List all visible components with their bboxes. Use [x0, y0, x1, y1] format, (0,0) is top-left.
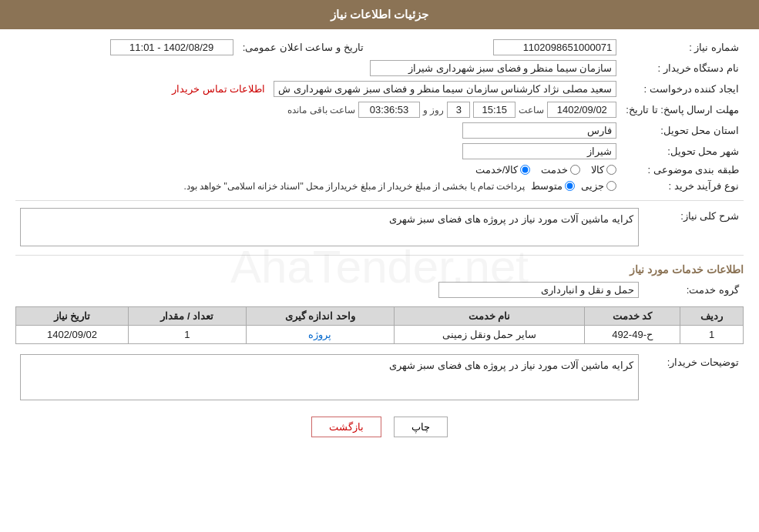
col-nam: نام خدمت	[395, 307, 585, 326]
buttons-row: چاپ بازگشت	[15, 417, 744, 437]
mande-label: ساعت باقی مانده	[287, 105, 355, 115]
cell-tarikh: 1402/09/02	[16, 326, 129, 344]
noeFarayand-motevaset[interactable]: متوسط	[531, 180, 575, 192]
roz-value: 3	[447, 102, 470, 118]
saat-label: ساعت	[519, 105, 544, 115]
grohe-label: گروه خدمت:	[643, 279, 744, 300]
shomareNiaz-label: شماره نیاز :	[621, 37, 744, 58]
services-table: ردیف کد خدمت نام خدمت واحد اندازه گیری ت…	[15, 306, 744, 344]
col-kod: کد خدمت	[584, 307, 680, 326]
cell-nam: سایر حمل ونقل زمینی	[395, 326, 585, 344]
ijadKonande-label: ایجاد کننده درخواست :	[621, 79, 744, 99]
noeFarayand-jozei[interactable]: جزیی	[581, 180, 616, 192]
ostan-value: فارس	[462, 122, 616, 139]
cell-kod: ح-49-492	[584, 326, 680, 344]
tabaqe-kala-khadamat[interactable]: کالا/خدمت	[475, 164, 531, 176]
tarikhAelan-value: 1402/08/29 - 11:01	[110, 39, 233, 55]
cell-vahed: پروژه	[246, 326, 394, 344]
sharh-value: کرایه ماشین آلات مورد نیاز در پروژه های …	[20, 208, 639, 246]
col-tarikh: تاریخ نیاز	[16, 307, 129, 326]
namDastgah-label: نام دستگاه خریدار :	[621, 58, 744, 79]
noeFarayand-motevaset-radio[interactable]	[565, 181, 575, 191]
mohlatErsal-tarikh: 1402/09/02	[547, 102, 616, 118]
page-header: جزئیات اطلاعات نیاز	[0, 0, 759, 29]
cell-tedad: 1	[129, 326, 247, 344]
tabaqe-kala-label: کالا	[591, 164, 604, 176]
tabaqe-label: طبقه بندی موضوعی :	[621, 162, 744, 178]
ostan-label: استان محل تحویل:	[621, 120, 744, 141]
sharh-label: شرح کلی نیاز:	[643, 206, 744, 249]
tabaqe-khadamat-radio[interactable]	[570, 165, 580, 175]
col-vahed: واحد اندازه گیری	[246, 307, 394, 326]
tabaqe-kala-khadamat-radio[interactable]	[520, 165, 530, 175]
mande-value: 03:36:53	[358, 102, 420, 118]
col-radif: ردیف	[680, 307, 744, 326]
table-row: 1 ح-49-492 سایر حمل ونقل زمینی پروژه 1 1…	[16, 326, 744, 344]
print-button[interactable]: چاپ	[394, 417, 448, 437]
noeFarayand-jozei-label: جزیی	[581, 180, 604, 192]
mohlatErsal-saat: 15:15	[473, 102, 516, 118]
tabaqe-kala[interactable]: کالا	[591, 164, 616, 176]
contact-link[interactable]: اطلاعات تماس خریدار	[172, 83, 265, 95]
tabaqe-kala-khadamat-label: کالا/خدمت	[475, 164, 519, 176]
noeFarayand-description: پرداخت تمام یا بخشی از مبلغ خریدار از مب…	[183, 181, 525, 192]
noeFarayand-jozei-radio[interactable]	[606, 181, 616, 191]
tabaqe-kala-radio[interactable]	[606, 165, 616, 175]
grohe-value: حمل و نقل و انبارداری	[438, 282, 639, 298]
cell-radif: 1	[680, 326, 744, 344]
shomareNiaz-value: 1102098651000071	[493, 39, 616, 55]
header-title: جزئیات اطلاعات نیاز	[331, 8, 428, 21]
khadamat-section-title: اطلاعات خدمات مورد نیاز	[15, 263, 744, 276]
tabaqe-khadamat[interactable]: خدمت	[541, 164, 580, 176]
noeFarayand-label: نوع فرآیند خرید :	[621, 178, 744, 194]
back-button[interactable]: بازگشت	[311, 417, 381, 437]
noeFarayand-motevaset-label: متوسط	[531, 180, 563, 192]
shahr-label: شهر محل تحویل:	[621, 141, 744, 162]
tarikhAelan-label: تاریخ و ساعت اعلان عمومی:	[238, 37, 368, 58]
ijadKonande-value: سعید مصلی نژاد کارشناس سازمان سیما منظر …	[274, 81, 616, 97]
roz-label: روز و	[423, 105, 444, 115]
col-tedad: تعداد / مقدار	[129, 307, 247, 326]
tosif-label: توضیحات خریدار:	[643, 352, 744, 403]
mohlatErsal-label: مهلت ارسال پاسخ: تا تاریخ:	[621, 99, 744, 120]
namDastgah-value: سازمان سیما منظر و فضای سبز شهرداری شیرا…	[370, 60, 616, 76]
tosif-value: کرایه ماشین آلات مورد نیاز در پروژه های …	[20, 354, 639, 400]
shahr-value: شیراز	[462, 143, 616, 159]
tabaqe-khadamat-label: خدمت	[541, 164, 568, 176]
